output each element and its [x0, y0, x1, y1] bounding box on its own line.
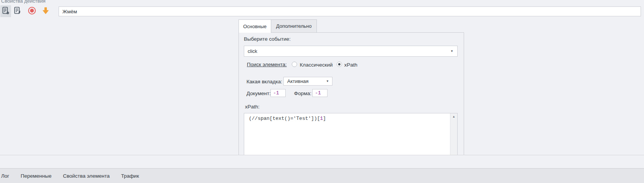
xpath-code-line: (//span[text()='Test'])[1] [244, 113, 457, 121]
action-properties-icon [1, 6, 10, 17]
event-select-value: click [244, 48, 450, 54]
xpath-scrollbar[interactable]: ▲ [450, 113, 457, 155]
tab-additional[interactable]: Дополнительно [271, 19, 317, 32]
record-button[interactable] [27, 5, 37, 17]
element-search-label: Поиск элемента: [247, 62, 287, 67]
tab-additional-label: Дополнительно [276, 23, 312, 29]
window-title: Свойства действия [1, 0, 45, 4]
xpath-label: xPath: [245, 104, 259, 110]
bottom-panel-bar: Лог Переменные Свойства элемента Трафик [0, 168, 644, 183]
document-index-input[interactable] [270, 89, 286, 97]
form-index-input[interactable] [312, 89, 328, 97]
event-select[interactable]: click ▼ [244, 46, 458, 57]
chevron-down-icon: ▼ [450, 49, 457, 53]
insert-down-button[interactable] [40, 5, 51, 17]
xpath-code-post: ] [323, 116, 326, 121]
action-name-input[interactable] [59, 6, 641, 16]
form-label: Форма: [294, 91, 312, 96]
radio-classic-label[interactable]: Классический [300, 62, 333, 68]
insert-down-arrow-icon [41, 6, 51, 17]
which-tab-select-value: Активная [284, 78, 326, 84]
horizontal-splitter[interactable] [0, 155, 644, 155]
record-icon [27, 6, 37, 17]
action-settings-panel: Выберите событие: click ▼ Поиск элемента… [239, 32, 464, 155]
event-label: Выберите событие: [244, 36, 291, 42]
radio-xpath[interactable] [337, 62, 342, 67]
bottom-tab-log[interactable]: Лог [1, 173, 9, 179]
tab-main[interactable]: Основные [239, 19, 271, 33]
edit-script-icon [13, 6, 22, 17]
edit-script-button[interactable] [12, 5, 23, 17]
radio-classic[interactable] [292, 62, 297, 67]
scroll-up-icon[interactable]: ▲ [452, 115, 455, 155]
radio-xpath-label[interactable]: xPath [344, 62, 358, 68]
document-label: Документ: [246, 91, 271, 96]
tab-main-label: Основные [243, 24, 267, 29]
which-tab-label: Какая вкладка: [246, 79, 282, 84]
bottom-tab-traffic[interactable]: Трафик [121, 173, 139, 179]
which-tab-select[interactable]: Активная ▼ [283, 77, 332, 86]
xpath-textarea[interactable]: (//span[text()='Test'])[1] ▲ [244, 113, 458, 155]
bottom-tab-element-properties[interactable]: Свойства элемента [63, 173, 110, 179]
xpath-code-number: 1 [320, 116, 323, 121]
xpath-code-pre: (//span[text()='Test'])[ [249, 116, 320, 121]
bottom-tab-variables[interactable]: Переменные [21, 173, 51, 179]
action-properties-button[interactable] [0, 5, 11, 17]
chevron-down-icon: ▼ [326, 80, 332, 83]
